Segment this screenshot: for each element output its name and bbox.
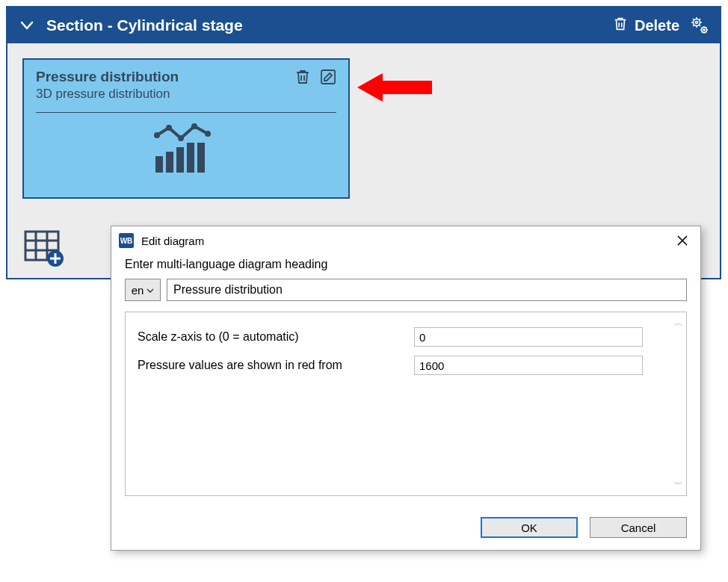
svg-point-1	[696, 22, 698, 24]
add-table-button[interactable]	[22, 229, 66, 269]
heading-input[interactable]	[167, 279, 687, 301]
svg-rect-10	[155, 156, 163, 173]
cancel-button[interactable]: Cancel	[590, 517, 687, 538]
svg-rect-14	[197, 143, 205, 173]
close-icon[interactable]	[672, 230, 693, 251]
chevron-down-icon	[146, 284, 154, 297]
settings-panel: ︿ Scale z-axis to (0 = automatic) Pressu…	[125, 312, 687, 496]
trash-icon	[612, 16, 629, 36]
svg-point-9	[205, 131, 211, 137]
diagram-card[interactable]: Pressure distribution 3D pressure distri…	[22, 58, 350, 199]
card-edit-icon[interactable]	[318, 67, 338, 87]
setting-label: Pressure values are shown in red from	[138, 359, 414, 372]
setting-row: Pressure values are shown in red from	[138, 351, 667, 380]
edit-diagram-dialog: WB Edit diagram Enter multi-language dia…	[111, 226, 701, 551]
language-value: en	[132, 284, 144, 297]
scale-z-input[interactable]	[414, 327, 643, 347]
section-header: Section - Cylindrical stage Delete	[7, 7, 720, 43]
delete-label: Delete	[635, 17, 679, 34]
svg-rect-13	[187, 143, 194, 173]
dialog-instruction: Enter multi-language diagram heading	[125, 258, 687, 271]
scroll-up-icon[interactable]: ︿	[674, 317, 683, 329]
svg-marker-23	[357, 73, 432, 102]
ok-button[interactable]: OK	[481, 517, 578, 538]
settings-gears-icon[interactable]	[690, 16, 709, 35]
card-title: Pressure distribution	[36, 69, 336, 85]
section-title: Section - Cylindrical stage	[46, 16, 612, 34]
svg-point-6	[166, 125, 172, 131]
svg-rect-12	[176, 147, 184, 173]
language-select[interactable]: en	[125, 279, 161, 301]
app-logo-icon: WB	[119, 233, 134, 248]
setting-label: Scale z-axis to (0 = automatic)	[138, 330, 414, 344]
svg-point-3	[703, 29, 705, 31]
svg-point-2	[702, 28, 707, 33]
svg-point-8	[191, 123, 197, 129]
svg-point-5	[154, 132, 160, 138]
pressure-red-input[interactable]	[414, 356, 643, 375]
svg-rect-4	[321, 70, 335, 84]
svg-point-0	[694, 19, 700, 26]
annotation-arrow-icon	[357, 72, 432, 103]
bar-chart-icon	[36, 120, 336, 176]
delete-section-button[interactable]: Delete	[612, 16, 679, 36]
card-delete-icon[interactable]	[293, 67, 312, 87]
svg-point-7	[178, 135, 184, 141]
dialog-titlebar: WB Edit diagram	[111, 226, 700, 255]
card-divider	[36, 112, 336, 113]
collapse-chevron-icon[interactable]	[18, 16, 36, 34]
dialog-title: Edit diagram	[141, 235, 664, 247]
setting-row: Scale z-axis to (0 = automatic)	[138, 323, 667, 351]
card-subtitle: 3D pressure distribution	[36, 87, 336, 102]
svg-rect-11	[166, 152, 173, 173]
scroll-down-icon[interactable]: ﹀	[674, 478, 683, 491]
